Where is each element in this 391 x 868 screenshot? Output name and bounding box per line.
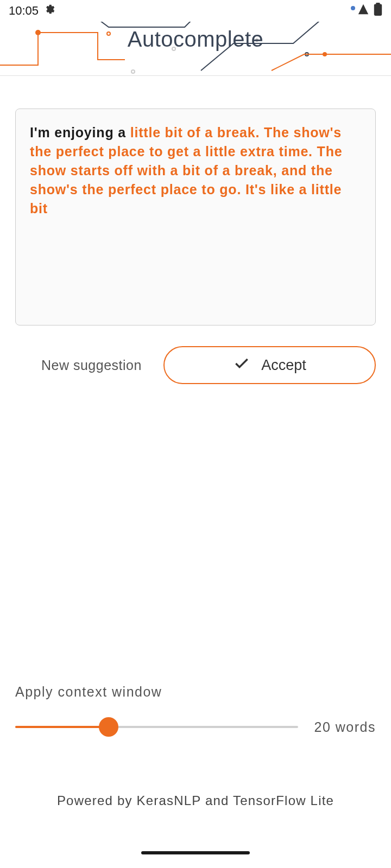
wifi-dot-icon	[351, 6, 355, 10]
battery-icon	[374, 3, 382, 19]
context-window-section: Apply context window 20 words	[15, 684, 376, 738]
accept-button[interactable]: Accept	[163, 346, 376, 384]
slider-row: 20 words	[15, 716, 376, 738]
navigation-handle[interactable]	[141, 851, 250, 854]
check-icon	[233, 355, 250, 376]
svg-rect-0	[374, 4, 382, 16]
autocomplete-textbox[interactable]: I'm enjoying a little bit of a break. Th…	[15, 108, 376, 326]
svg-point-2	[35, 30, 41, 35]
svg-point-8	[323, 52, 327, 56]
new-suggestion-button[interactable]: New suggestion	[41, 358, 142, 373]
footer-attribution: Powered by KerasNLP and TensorFlow Lite	[0, 793, 391, 808]
context-window-slider[interactable]	[15, 716, 298, 738]
status-bar: 10:05	[0, 0, 391, 22]
accept-label: Accept	[261, 357, 306, 374]
signal-icon	[357, 3, 369, 18]
gear-icon	[44, 4, 55, 18]
context-window-label: Apply context window	[15, 684, 376, 700]
action-buttons: New suggestion Accept	[15, 346, 376, 384]
app-header: Autocomplete	[0, 22, 391, 76]
svg-rect-1	[376, 3, 380, 5]
slider-track	[15, 726, 298, 728]
user-typed-text: I'm enjoying a	[30, 125, 130, 140]
slider-fill	[15, 726, 109, 728]
status-time: 10:05	[9, 4, 39, 18]
svg-point-5	[131, 70, 135, 73]
main-content: I'm enjoying a little bit of a break. Th…	[0, 76, 391, 384]
slider-value-label: 20 words	[314, 719, 376, 735]
page-title: Autocomplete	[128, 27, 264, 52]
status-right	[351, 3, 382, 19]
slider-thumb[interactable]	[99, 717, 118, 737]
status-left: 10:05	[9, 4, 55, 18]
svg-point-3	[107, 32, 110, 35]
